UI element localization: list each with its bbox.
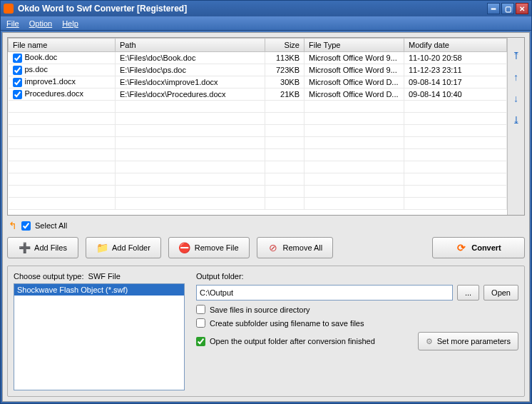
minimize-button[interactable]: ━ bbox=[487, 3, 500, 14]
file-grid-container: File name Path Size File Type Modify dat… bbox=[7, 37, 525, 216]
output-settings: Output folder: ... Open Save files in so… bbox=[196, 272, 518, 390]
move-down-button[interactable]: ↓ bbox=[511, 94, 522, 105]
file-grid[interactable]: File name Path Size File Type Modify dat… bbox=[8, 38, 507, 215]
select-all-bar: ↰ Select All bbox=[7, 216, 525, 236]
table-row[interactable]: Procedures.docxE:\Files\docx\Procedures.… bbox=[9, 89, 507, 101]
titlebar: Okdo Word to Swf Converter [Registered] … bbox=[1, 1, 531, 16]
move-top-button[interactable]: ⤒ bbox=[511, 51, 522, 62]
app-window: Okdo Word to Swf Converter [Registered] … bbox=[0, 0, 532, 404]
table-row[interactable]: Book.docE:\Files\doc\Book.doc113KBMicros… bbox=[9, 52, 507, 64]
set-parameters-button[interactable]: ⚙ Set more parameters bbox=[418, 332, 518, 350]
gear-icon: ⚙ bbox=[426, 337, 433, 346]
col-size[interactable]: Size bbox=[265, 39, 305, 52]
move-up-button[interactable]: ↑ bbox=[511, 72, 522, 84]
menu-help[interactable]: Help bbox=[62, 19, 78, 28]
output-panel: Choose output type: SWF File Shockwave F… bbox=[7, 266, 525, 397]
reorder-buttons: ⤒ ↑ ↓ ⤓ bbox=[507, 38, 524, 215]
create-subfolder-checkbox[interactable] bbox=[196, 318, 205, 328]
plus-icon: ➕ bbox=[19, 242, 30, 253]
col-filename[interactable]: File name bbox=[9, 39, 116, 52]
create-subfolder-label: Create subfolder using filename to save … bbox=[210, 319, 364, 328]
remove-all-button[interactable]: ⊘ Remove All bbox=[257, 237, 334, 258]
choose-type-label: Choose output type: SWF File bbox=[14, 272, 185, 281]
table-row[interactable]: ps.docE:\Files\doc\ps.doc723KBMicrosoft … bbox=[9, 64, 507, 76]
folder-icon: 📁 bbox=[96, 242, 108, 253]
select-all-label: Select All bbox=[35, 221, 67, 230]
save-in-source-checkbox[interactable] bbox=[196, 305, 205, 314]
move-bottom-button[interactable]: ⤓ bbox=[511, 115, 522, 126]
col-modifydate[interactable]: Modify date bbox=[404, 39, 507, 52]
toolbar: ➕ Add Files 📁 Add Folder ⛔ Remove File ⊘… bbox=[7, 236, 525, 266]
menubar: File Option Help bbox=[1, 16, 531, 31]
up-folder-icon[interactable]: ↰ bbox=[9, 220, 17, 231]
output-type-list[interactable]: Shockwave Flash Object (*.swf) bbox=[14, 283, 185, 390]
type-item-swf[interactable]: Shockwave Flash Object (*.swf) bbox=[14, 284, 184, 296]
convert-icon: ⟳ bbox=[456, 242, 467, 253]
col-filetype[interactable]: File Type bbox=[305, 39, 404, 52]
select-all-checkbox[interactable] bbox=[21, 221, 31, 231]
add-files-button[interactable]: ➕ Add Files bbox=[7, 237, 78, 258]
row-checkbox[interactable] bbox=[13, 78, 22, 87]
app-logo-icon bbox=[4, 4, 14, 14]
table-row[interactable]: improve1.docxE:\Files\docx\improve1.docx… bbox=[9, 76, 507, 89]
menu-file[interactable]: File bbox=[6, 19, 19, 28]
browse-folder-button[interactable]: ... bbox=[457, 285, 479, 301]
row-checkbox[interactable] bbox=[13, 54, 22, 63]
open-folder-button[interactable]: Open bbox=[484, 285, 518, 301]
output-type-box: Choose output type: SWF File Shockwave F… bbox=[14, 272, 185, 390]
output-folder-label: Output folder: bbox=[196, 272, 518, 281]
content-area: File name Path Size File Type Modify dat… bbox=[2, 32, 530, 402]
open-after-checkbox[interactable] bbox=[196, 337, 205, 346]
col-path[interactable]: Path bbox=[116, 39, 265, 52]
remove-file-button[interactable]: ⛔ Remove File bbox=[168, 237, 250, 258]
convert-button[interactable]: ⟳ Convert bbox=[432, 237, 525, 258]
maximize-button[interactable]: ▢ bbox=[501, 3, 514, 14]
minus-icon: ⛔ bbox=[179, 242, 190, 253]
clear-icon: ⊘ bbox=[267, 242, 279, 253]
row-checkbox[interactable] bbox=[13, 66, 22, 75]
menu-option[interactable]: Option bbox=[29, 19, 52, 28]
save-in-source-label: Save files in source directory bbox=[210, 305, 310, 314]
output-folder-input[interactable] bbox=[196, 285, 453, 301]
window-title: Okdo Word to Swf Converter [Registered] bbox=[18, 4, 487, 14]
add-folder-button[interactable]: 📁 Add Folder bbox=[86, 237, 161, 258]
close-button[interactable]: ✕ bbox=[516, 3, 528, 14]
open-after-label: Open the output folder after conversion … bbox=[210, 337, 375, 345]
row-checkbox[interactable] bbox=[13, 90, 22, 99]
